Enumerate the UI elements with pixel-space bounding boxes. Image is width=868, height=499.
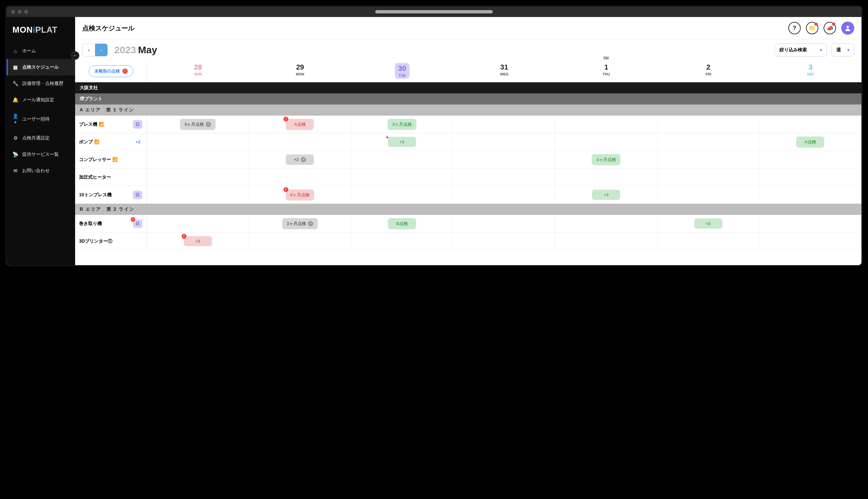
schedule-cell[interactable] xyxy=(147,186,249,204)
schedule-cell[interactable] xyxy=(555,232,657,250)
schedule-cell[interactable]: +3 xyxy=(555,186,657,204)
schedule-cell[interactable] xyxy=(453,115,555,133)
schedule-chip[interactable]: !A点検 xyxy=(286,119,314,130)
schedule-cell[interactable] xyxy=(555,115,657,133)
nav-item[interactable]: ⚙点検共通設定 xyxy=(7,130,75,146)
schedule-cell[interactable] xyxy=(759,186,861,204)
schedule-chip[interactable]: ▲+2 xyxy=(388,137,416,147)
schedule-chip[interactable]: +3 xyxy=(592,190,620,200)
schedule-chip[interactable]: +2 xyxy=(694,218,722,229)
schedule-cell[interactable] xyxy=(249,232,351,250)
prev-period-button[interactable]: ‹ xyxy=(83,44,95,56)
day-header[interactable]: 30TUE xyxy=(351,60,453,82)
schedule-cell[interactable]: !+3 xyxy=(147,232,249,250)
schedule-chip[interactable]: 5ヶ月点検✓ xyxy=(180,119,216,130)
schedule-cell[interactable] xyxy=(453,232,555,250)
user-avatar[interactable] xyxy=(841,22,854,35)
filter-select[interactable]: 絞り込み検索▾ xyxy=(774,44,827,57)
equipment-label-cell[interactable]: 加圧式ヒーター xyxy=(75,169,147,186)
url-bar[interactable] xyxy=(375,10,493,13)
schedule-cell[interactable] xyxy=(351,169,453,186)
schedule-cell[interactable] xyxy=(555,133,657,150)
schedule-cell[interactable]: 3ヶ月点検 xyxy=(555,151,657,168)
schedule-cell[interactable] xyxy=(351,232,453,250)
schedule-cell[interactable]: +2✓ xyxy=(249,151,351,168)
schedule-cell[interactable]: !6ヶ月点検 xyxy=(249,186,351,204)
schedule-cell[interactable]: B点検 xyxy=(351,215,453,232)
schedule-cell[interactable] xyxy=(759,232,861,250)
schedule-cell[interactable] xyxy=(657,232,760,250)
schedule-chip[interactable]: 3ヶ月点検 xyxy=(592,154,620,165)
schedule-cell[interactable] xyxy=(453,215,555,232)
window-dot xyxy=(17,10,22,14)
sidebar-collapse-button[interactable]: ← xyxy=(71,51,80,60)
next-period-button[interactable]: › xyxy=(95,44,108,56)
unreported-button[interactable]: 未報告の点検 ! xyxy=(89,65,133,77)
schedule-cell[interactable] xyxy=(351,186,453,204)
schedule-cell[interactable] xyxy=(249,133,351,150)
schedule-cell[interactable]: A点検 xyxy=(759,133,861,150)
schedule-cell[interactable] xyxy=(453,133,555,150)
schedule-chip[interactable]: A点検 xyxy=(796,136,824,148)
equipment-label-cell[interactable]: プレス機📶日 xyxy=(75,115,147,133)
help-button[interactable]: ? xyxy=(788,22,801,34)
day-header[interactable]: 06/1THU xyxy=(555,60,657,82)
schedule-chip[interactable]: B点検 xyxy=(388,218,416,229)
schedule-cell[interactable] xyxy=(453,186,555,204)
equipment-label-cell[interactable]: 10トンプレス機日 xyxy=(75,186,147,204)
day-number: 2 xyxy=(659,63,758,72)
schedule-cell[interactable] xyxy=(453,151,555,168)
day-header[interactable]: 31WED xyxy=(453,60,555,82)
equipment-name: コンプレッサー📶 xyxy=(79,157,118,163)
schedule-chip[interactable]: 3ヶ月点検 xyxy=(388,119,416,130)
schedule-cell[interactable] xyxy=(147,215,249,232)
nav-item[interactable]: ⌂ホーム xyxy=(7,43,75,59)
schedule-cell[interactable] xyxy=(657,169,760,186)
nav-item[interactable]: 🔧設備管理・点検履歴 xyxy=(7,75,75,92)
equipment-label-cell[interactable]: 3Dプリンター① xyxy=(75,232,147,250)
day-header[interactable]: 29MON xyxy=(249,60,351,82)
nav-item[interactable]: ▦点検スケジュール xyxy=(7,59,75,75)
schedule-cell[interactable]: 3ヶ月点検 xyxy=(351,115,453,133)
schedule-cell[interactable] xyxy=(657,186,760,204)
schedule-cell[interactable] xyxy=(147,133,249,150)
equipment-label-cell[interactable]: ポンプ📶+2 xyxy=(75,133,147,150)
equipment-label-cell[interactable]: 巻き取り機!日 xyxy=(75,215,147,232)
view-mode-select[interactable]: 週▾ xyxy=(831,44,854,57)
schedule-cell[interactable] xyxy=(657,151,760,168)
schedule-chip[interactable]: +2✓ xyxy=(286,155,314,165)
notifications-button[interactable]: 📁 xyxy=(806,22,818,34)
schedule-cell[interactable] xyxy=(555,215,657,232)
schedule-cell[interactable] xyxy=(453,169,555,186)
equipment-label-cell[interactable]: コンプレッサー📶 xyxy=(75,151,147,168)
schedule-cell[interactable]: 5ヶ月点検✓ xyxy=(147,115,249,133)
nav-item[interactable]: 📡提供サービス一覧 xyxy=(7,146,75,163)
schedule-cell[interactable]: ▲+2 xyxy=(351,133,453,150)
nav-item[interactable]: 👤+ユーザー招待 xyxy=(7,108,75,130)
schedule-cell[interactable] xyxy=(249,169,351,186)
schedule-cell[interactable] xyxy=(147,151,249,168)
schedule-cell[interactable] xyxy=(759,215,861,232)
schedule-cell[interactable] xyxy=(759,115,861,133)
schedule-cell[interactable]: !A点検 xyxy=(249,115,351,133)
schedule-cell[interactable]: 3ヶ月点検✓ xyxy=(249,215,351,232)
day-header[interactable]: 2FRI xyxy=(657,60,760,82)
day-header[interactable]: 3SAT xyxy=(759,60,861,82)
nav-label: ホーム xyxy=(22,48,36,54)
schedule-cell[interactable] xyxy=(759,169,861,186)
announcements-button[interactable]: 📣 xyxy=(823,22,836,34)
schedule-cell[interactable] xyxy=(657,115,760,133)
nav-item[interactable]: 🔔メール通知設定 xyxy=(7,92,75,108)
schedule-chip[interactable]: !6ヶ月点検 xyxy=(286,190,314,200)
nav-item[interactable]: ✉お問い合わせ xyxy=(7,163,75,179)
schedule-chip[interactable]: 3ヶ月点検✓ xyxy=(282,218,318,229)
day-header[interactable]: 28SUN xyxy=(147,60,249,82)
schedule-chip[interactable]: !+3 xyxy=(184,236,212,246)
schedule-cell[interactable] xyxy=(759,151,861,168)
schedule-cell[interactable] xyxy=(555,169,657,186)
schedule-cell[interactable]: +2 xyxy=(657,215,760,232)
chip-label: 5ヶ月点検 xyxy=(184,121,204,127)
schedule-cell[interactable] xyxy=(351,151,453,168)
schedule-cell[interactable] xyxy=(657,133,760,150)
schedule-cell[interactable] xyxy=(147,169,249,186)
